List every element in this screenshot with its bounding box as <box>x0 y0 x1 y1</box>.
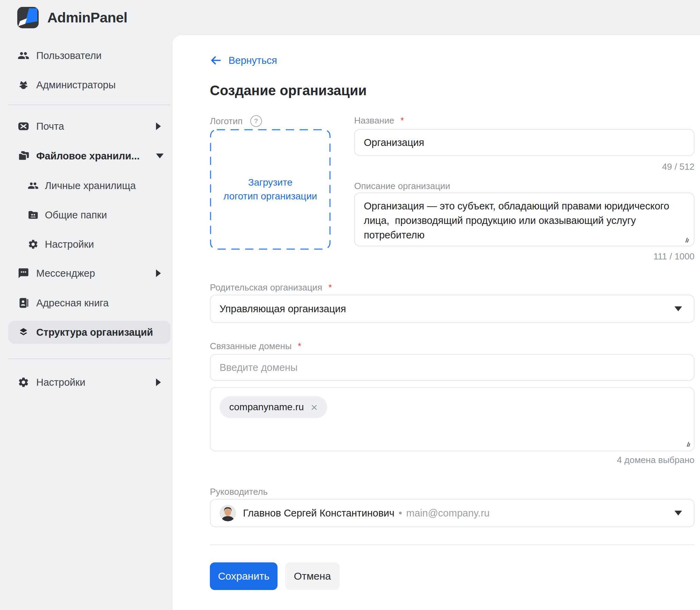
description-field-label: Описание организации <box>354 181 450 191</box>
back-label: Вернуться <box>229 55 277 66</box>
domain-tag: companyname.ru × <box>220 396 327 418</box>
parent-org-field-label: Родительская организация * <box>210 282 332 293</box>
users-icon <box>17 49 30 62</box>
cancel-button[interactable]: Отмена <box>285 562 340 590</box>
save-button[interactable]: Сохранить <box>210 562 278 590</box>
app-logo[interactable]: AdminPanel <box>17 7 127 28</box>
sidebar-item-label: Общие папки <box>45 209 107 221</box>
shared-folder-icon <box>27 209 39 221</box>
manager-field-label: Руководитель <box>210 486 268 497</box>
sidebar-divider <box>8 358 171 359</box>
description-char-counter: 111 / 1000 <box>354 251 694 262</box>
parent-org-value: Управляющая организация <box>220 303 346 315</box>
sidebar-item-label: Почта <box>36 121 64 132</box>
gear-icon <box>27 238 39 250</box>
sidebar-item-storage-settings[interactable]: Настройки <box>0 233 173 256</box>
logo-upload-dropzone[interactable]: Загрузите логотип организации <box>210 129 331 250</box>
adminpanel-logo-icon <box>17 7 39 28</box>
gear-icon <box>17 376 30 388</box>
manager-name: Главнов Сергей Константинович <box>243 508 395 519</box>
avatar <box>220 505 236 521</box>
help-icon[interactable]: ? <box>250 115 262 127</box>
sidebar-item-shared-folders[interactable]: Общие папки <box>0 204 173 226</box>
sidebar: AdminPanel Пользователи Администраторы П… <box>0 0 173 610</box>
required-mark: * <box>328 282 332 293</box>
chevron-right-icon[interactable] <box>156 269 161 277</box>
separator-dot: • <box>399 508 402 519</box>
main-panel: Вернуться Создание организации Логотип ?… <box>173 35 700 610</box>
back-arrow-icon <box>210 55 222 66</box>
sidebar-item-mail[interactable]: Почта <box>0 115 173 138</box>
domain-tag-label: companyname.ru <box>229 402 304 413</box>
sidebar-item-label: Настройки <box>45 239 94 250</box>
sidebar-item-org-structure[interactable]: Структура организаций <box>8 321 171 344</box>
remove-tag-icon[interactable]: × <box>311 401 318 413</box>
layers-icon <box>17 326 30 338</box>
sidebar-item-label: Адресная книга <box>36 297 109 309</box>
chevron-right-icon[interactable] <box>156 378 161 386</box>
messenger-icon <box>17 267 30 279</box>
required-mark: * <box>400 115 404 126</box>
domains-counter: 4 домена выбрано <box>210 455 694 465</box>
dropdown-arrow-icon <box>674 306 682 311</box>
sidebar-item-admins[interactable]: Администраторы <box>0 73 173 96</box>
back-link[interactable]: Вернуться <box>210 55 277 66</box>
sidebar-item-label: Личные хранилища <box>45 180 136 191</box>
admin-crown-icon <box>17 79 30 91</box>
sidebar-item-file-storage[interactable]: Файловое хранили... <box>0 145 173 167</box>
app-title: AdminPanel <box>47 10 127 26</box>
sidebar-divider <box>8 105 171 105</box>
name-char-counter: 49 / 512 <box>354 161 694 172</box>
sidebar-item-label: Файловое хранили... <box>36 150 140 162</box>
sidebar-item-label: Мессенджер <box>36 268 95 279</box>
chevron-down-icon[interactable] <box>156 154 164 158</box>
sidebar-item-label: Пользователи <box>36 50 101 61</box>
mail-icon <box>17 120 30 132</box>
domains-tags-box[interactable]: companyname.ru × <box>210 387 694 451</box>
required-mark: * <box>298 341 301 352</box>
address-book-icon <box>17 297 30 309</box>
resize-handle-icon[interactable] <box>684 441 690 447</box>
button-row: Сохранить Отмена <box>210 562 340 590</box>
manager-email: main@company.ru <box>406 508 490 519</box>
page-title: Создание организации <box>210 83 367 98</box>
dropdown-arrow-icon <box>674 511 682 515</box>
footer-divider <box>210 544 694 545</box>
sidebar-item-settings[interactable]: Настройки <box>0 371 173 394</box>
org-description-textarea[interactable]: Организация — это субъект, обладающий пр… <box>354 193 694 246</box>
users-icon <box>27 179 39 192</box>
manager-select[interactable]: Главнов Сергей Константинович • main@com… <box>210 499 694 527</box>
logo-field-label: Логотип ? <box>210 115 262 127</box>
sidebar-item-address-book[interactable]: Адресная книга <box>0 292 173 314</box>
domains-field-label: Связанные домены * <box>210 341 301 352</box>
org-name-input[interactable] <box>354 129 694 156</box>
sidebar-item-label: Настройки <box>36 377 85 388</box>
sidebar-item-users[interactable]: Пользователи <box>0 44 173 67</box>
folders-icon <box>17 150 30 162</box>
sidebar-item-label: Структура организаций <box>36 327 153 338</box>
sidebar-item-label: Администраторы <box>36 79 116 91</box>
name-field-label: Название * <box>354 115 404 126</box>
parent-org-select[interactable]: Управляющая организация <box>210 295 694 323</box>
chevron-right-icon[interactable] <box>156 122 161 130</box>
resize-handle-icon[interactable] <box>683 237 689 243</box>
sidebar-item-messenger[interactable]: Мессенджер <box>0 262 173 285</box>
domains-input[interactable] <box>210 354 694 381</box>
upload-logo-text: Загрузите логотип организации <box>210 129 331 250</box>
sidebar-item-personal-storages[interactable]: Личные хранилища <box>0 174 173 197</box>
